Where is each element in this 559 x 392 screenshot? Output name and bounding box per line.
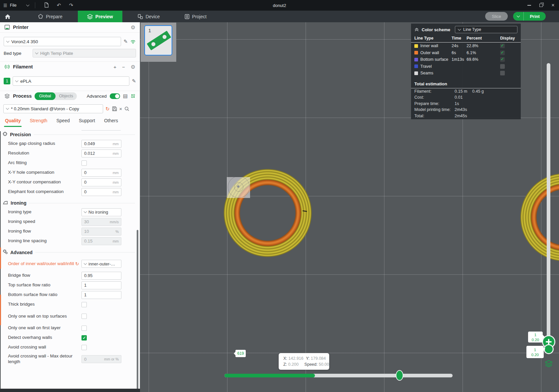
display-checkbox[interactable]: [500, 44, 505, 48]
chevron-down-icon: [458, 28, 461, 31]
unit-label: mm: [113, 142, 119, 146]
layer-mode-icon[interactable]: [545, 360, 553, 367]
param-select[interactable]: No ironing: [81, 208, 121, 216]
edit-filament-icon[interactable]: ✎: [132, 78, 136, 84]
display-checkbox[interactable]: [500, 64, 505, 69]
search-preset-icon[interactable]: [124, 106, 129, 111]
param-input[interactable]: 1: [81, 291, 121, 299]
collapse-panel-icon[interactable]: [414, 28, 419, 32]
slice-button[interactable]: Slice: [485, 12, 508, 21]
param-row: Resolution0.012mm: [0, 148, 140, 158]
move-slider-handle[interactable]: [396, 370, 403, 381]
unit-label: mm: [113, 239, 119, 243]
param-row: Top surface flow ratio1: [0, 280, 140, 290]
process-preset-select[interactable]: * 0.20mm Standard @Voron - Copy: [3, 104, 103, 113]
param-checkbox[interactable]: [81, 335, 87, 341]
param-tab-quality[interactable]: Quality: [5, 118, 21, 127]
3d-preview-viewport[interactable]: 1 Color scheme Line Type Line Type Time: [140, 22, 559, 392]
param-row: Only one wall on top surfaces: [0, 309, 140, 323]
maximize-button[interactable]: [535, 0, 547, 11]
total-estimation-row: Cost:0.01: [411, 94, 521, 101]
undo-icon[interactable]: ↶: [54, 2, 64, 8]
unit-label: mm: [113, 171, 119, 175]
tab-project[interactable]: Project: [175, 11, 216, 22]
param-row: Only one wall on first layer: [0, 323, 140, 333]
file-menu[interactable]: File: [10, 3, 17, 8]
param-input[interactable]: 0.95: [81, 272, 121, 280]
filament-select[interactable]: ePLA: [13, 76, 129, 86]
param-checkbox[interactable]: [81, 302, 87, 307]
section-header-advanced: Advanced: [3, 249, 135, 255]
param-tab-support[interactable]: Support: [79, 118, 95, 127]
param-tab-speed[interactable]: Speed: [56, 118, 70, 127]
move-slider-track[interactable]: [224, 374, 453, 377]
display-checkbox[interactable]: [500, 71, 505, 75]
param-input[interactable]: 0mm: [81, 178, 121, 186]
param-label: Detect overhang walls: [8, 335, 81, 341]
save-project-icon[interactable]: [41, 2, 52, 9]
line-type-swatch: [414, 64, 418, 68]
remove-filament-button[interactable]: −: [122, 64, 125, 70]
bed-type-select[interactable]: High Temp Plate: [33, 49, 136, 57]
parameter-list-icon[interactable]: ▤: [123, 93, 128, 99]
sliced-donut-model-partial[interactable]: [519, 172, 559, 262]
main-tab-bar: Prepare Preview Device Project Slice Pri…: [0, 11, 559, 22]
display-checkbox[interactable]: [500, 57, 505, 62]
hamburger-menu-icon[interactable]: ☰: [3, 3, 7, 8]
param-tab-others[interactable]: Others: [104, 118, 118, 127]
panel-scrollbar[interactable]: [137, 230, 138, 392]
filament-settings-gear-icon[interactable]: ⚙: [131, 64, 135, 70]
move-slider-value-badge: 619: [235, 350, 246, 357]
view-mode-select[interactable]: Line Type: [455, 26, 517, 33]
param-input[interactable]: 1: [81, 281, 121, 289]
param-checkbox[interactable]: [81, 160, 87, 166]
save-preset-icon[interactable]: [112, 106, 117, 111]
printer-settings-gear-icon[interactable]: ⚙: [131, 24, 135, 31]
param-input[interactable]: 0.012mm: [81, 149, 121, 157]
tab-preview[interactable]: Preview: [78, 11, 122, 22]
advanced-mode-label: Advanced: [87, 94, 107, 99]
param-row: Elephant foot compensation0mm: [0, 187, 140, 197]
plate-object-preview: [147, 31, 171, 50]
seam-marker-dot: [237, 185, 239, 188]
param-label: X-Y contour compensation: [8, 179, 81, 185]
plate-thumbnail[interactable]: 1: [144, 25, 172, 55]
tab-device[interactable]: Device: [128, 11, 169, 22]
param-input[interactable]: 0mm: [81, 169, 121, 177]
param-row: Bottom surface flow ratio1: [0, 290, 140, 300]
param-row: Ironing typeNo ironing: [0, 207, 140, 217]
param-checkbox[interactable]: [81, 326, 87, 331]
edit-printer-icon[interactable]: ✎: [123, 39, 128, 45]
param-row: Thick bridges: [0, 300, 140, 309]
wifi-connection-icon[interactable]: [130, 39, 136, 44]
add-filament-button[interactable]: +: [113, 64, 116, 70]
scope-global-button[interactable]: Global: [35, 92, 55, 100]
param-input[interactable]: 0.049mm: [81, 140, 121, 148]
redo-icon[interactable]: ↷: [66, 2, 76, 8]
display-checkbox[interactable]: [500, 50, 505, 55]
print-button[interactable]: Print: [513, 12, 546, 21]
delete-preset-icon[interactable]: ×: [119, 106, 122, 112]
param-checkbox[interactable]: [81, 314, 87, 319]
param-label: Avoid crossing wall: [8, 344, 81, 350]
close-button[interactable]: ×: [547, 0, 559, 11]
tab-prepare[interactable]: Prepare: [29, 11, 72, 22]
param-input[interactable]: 0mm: [81, 188, 121, 196]
param-checkbox[interactable]: [81, 345, 87, 350]
advanced-mode-toggle[interactable]: [110, 93, 120, 99]
printer-select[interactable]: Voron2.4 350: [4, 37, 121, 46]
legend-row: Inner wall24s22.8%: [411, 43, 521, 49]
home-button[interactable]: [0, 11, 15, 22]
param-select[interactable]: inner-outer-…: [81, 260, 121, 268]
scope-objects-button[interactable]: Objects: [56, 94, 77, 98]
reset-param-icon[interactable]: ↻: [75, 261, 79, 266]
print-options-chevron-icon[interactable]: [513, 12, 524, 21]
param-input: 10%: [81, 228, 121, 236]
line-type-swatch: [414, 51, 418, 54]
compare-presets-icon[interactable]: [131, 94, 135, 98]
reset-preset-icon[interactable]: ↻: [105, 106, 110, 112]
file-menu-chevron-icon[interactable]: [26, 3, 29, 7]
minimize-button[interactable]: [523, 0, 535, 11]
layer-slider-track[interactable]: [547, 63, 550, 351]
param-tab-strength[interactable]: Strength: [30, 118, 47, 127]
